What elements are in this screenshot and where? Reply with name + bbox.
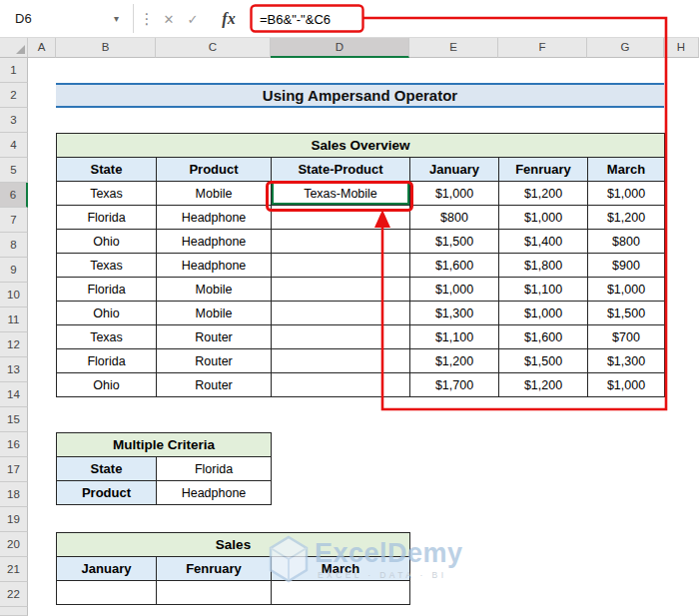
select-all-corner[interactable]: [0, 38, 28, 58]
criteria-title[interactable]: Multiple Criteria: [57, 433, 272, 457]
formula-input[interactable]: =B6&"-"&C6: [260, 0, 331, 38]
row-header-2[interactable]: 2: [0, 83, 28, 108]
row-header-13[interactable]: 13: [0, 357, 28, 382]
row-header-17[interactable]: 17: [0, 457, 28, 482]
cell-b10[interactable]: Florida: [57, 278, 157, 302]
cell-f7[interactable]: $1,000: [499, 206, 588, 230]
cell-d7[interactable]: [272, 206, 410, 230]
cell-e11[interactable]: $1,300: [410, 302, 499, 325]
cell-b8[interactable]: Ohio: [57, 230, 157, 254]
cell-g9[interactable]: $900: [588, 254, 665, 278]
criteria-state-label[interactable]: State: [57, 457, 157, 481]
cell-d11[interactable]: [272, 302, 410, 325]
row-header-20[interactable]: 20: [0, 532, 28, 557]
cell-c11[interactable]: Mobile: [157, 302, 272, 325]
cell-e8[interactable]: $1,500: [410, 230, 499, 254]
row-header-14[interactable]: 14: [0, 382, 28, 407]
row-header-7[interactable]: 7: [0, 208, 28, 233]
cell-f12[interactable]: $1,600: [499, 325, 588, 349]
row-header-22[interactable]: 22: [0, 582, 28, 607]
cell-g10[interactable]: $1,000: [588, 278, 665, 302]
column-header-b[interactable]: B: [56, 38, 156, 58]
sales-title[interactable]: Sales: [57, 533, 410, 557]
header-march[interactable]: March: [588, 158, 665, 182]
cell-b9[interactable]: Texas: [57, 254, 157, 278]
row-header-5[interactable]: 5: [0, 158, 28, 183]
table-title[interactable]: Sales Overview: [57, 134, 665, 158]
cell-g13[interactable]: $1,300: [588, 349, 665, 373]
cell-f14[interactable]: $1,200: [499, 373, 588, 397]
cell-c9[interactable]: Headphone: [157, 254, 272, 278]
row-header-10[interactable]: 10: [0, 283, 28, 308]
criteria-product-label[interactable]: Product: [57, 481, 157, 505]
cell-d9[interactable]: [272, 254, 410, 278]
cell-g7[interactable]: $1,200: [588, 206, 665, 230]
cell-d6-active[interactable]: Texas-Mobile: [272, 182, 410, 206]
cell-e12[interactable]: $1,100: [410, 325, 499, 349]
row-header-partial[interactable]: [0, 607, 28, 616]
insert-function-icon[interactable]: fx: [214, 0, 244, 38]
row-header-12[interactable]: 12: [0, 332, 28, 357]
cell-g8[interactable]: $800: [588, 230, 665, 254]
cell-c13[interactable]: Router: [157, 349, 272, 373]
header-state-product[interactable]: State-Product: [272, 158, 410, 182]
cell-b11[interactable]: Ohio: [57, 302, 157, 325]
cell-f9[interactable]: $1,800: [499, 254, 588, 278]
cell-b14[interactable]: Ohio: [57, 373, 157, 397]
cell-f10[interactable]: $1,100: [499, 278, 588, 302]
cell-b7[interactable]: Florida: [57, 206, 157, 230]
cell-c10[interactable]: Mobile: [157, 278, 272, 302]
cell-e14[interactable]: $1,700: [410, 373, 499, 397]
cell-c22[interactable]: [157, 581, 272, 605]
cell-d22[interactable]: [272, 581, 410, 605]
cell-c14[interactable]: Router: [157, 373, 272, 397]
worksheet-title[interactable]: Using Ampersand Operator: [56, 83, 664, 108]
row-header-19[interactable]: 19: [0, 507, 28, 532]
cell-f11[interactable]: $1,000: [499, 302, 588, 325]
row-header-15[interactable]: 15: [0, 407, 28, 432]
cell-e6[interactable]: $1,000: [410, 182, 499, 206]
row-header-3[interactable]: 3: [0, 108, 28, 133]
sales-header-fenruary[interactable]: Fenruary: [157, 557, 272, 581]
cell-d12[interactable]: [272, 325, 410, 349]
row-header-21[interactable]: 21: [0, 557, 28, 582]
cell-g11[interactable]: $1,500: [588, 302, 665, 325]
cell-e9[interactable]: $1,600: [410, 254, 499, 278]
row-header-11[interactable]: 11: [0, 308, 28, 332]
column-header-d[interactable]: D: [271, 38, 409, 58]
cell-g6[interactable]: $1,000: [588, 182, 665, 206]
row-header-16[interactable]: 16: [0, 432, 28, 457]
cell-c12[interactable]: Router: [157, 325, 272, 349]
cell-f8[interactable]: $1,400: [499, 230, 588, 254]
row-header-9[interactable]: 9: [0, 258, 28, 283]
cell-b6[interactable]: Texas: [57, 182, 157, 206]
header-fenruary[interactable]: Fenruary: [499, 158, 588, 182]
column-header-h[interactable]: H: [664, 38, 699, 58]
cell-d14[interactable]: [272, 373, 410, 397]
header-january[interactable]: January: [410, 158, 499, 182]
cell-c6[interactable]: Mobile: [157, 182, 272, 206]
cell-b22[interactable]: [57, 581, 157, 605]
more-vertical-icon[interactable]: ⋮: [136, 0, 158, 38]
cell-d13[interactable]: [272, 349, 410, 373]
cell-c7[interactable]: Headphone: [157, 206, 272, 230]
cell-g12[interactable]: $700: [588, 325, 665, 349]
row-header-18[interactable]: 18: [0, 482, 28, 507]
cell-d10[interactable]: [272, 278, 410, 302]
criteria-product-value[interactable]: Headphone: [157, 481, 272, 505]
column-header-c[interactable]: C: [156, 38, 271, 58]
column-header-a[interactable]: A: [28, 38, 56, 58]
cancel-icon[interactable]: ✕: [158, 0, 180, 38]
cell-g14[interactable]: $1,000: [588, 373, 665, 397]
row-header-4[interactable]: 4: [0, 133, 28, 158]
column-header-g[interactable]: G: [587, 38, 664, 58]
column-header-e[interactable]: E: [409, 38, 498, 58]
sales-header-march[interactable]: March: [272, 557, 410, 581]
column-header-f[interactable]: F: [498, 38, 587, 58]
name-box[interactable]: D6 ▾: [6, 5, 128, 32]
cell-b12[interactable]: Texas: [57, 325, 157, 349]
row-header-1[interactable]: 1: [0, 58, 28, 83]
header-state[interactable]: State: [57, 158, 157, 182]
row-header-8[interactable]: 8: [0, 233, 28, 258]
header-product[interactable]: Product: [157, 158, 272, 182]
